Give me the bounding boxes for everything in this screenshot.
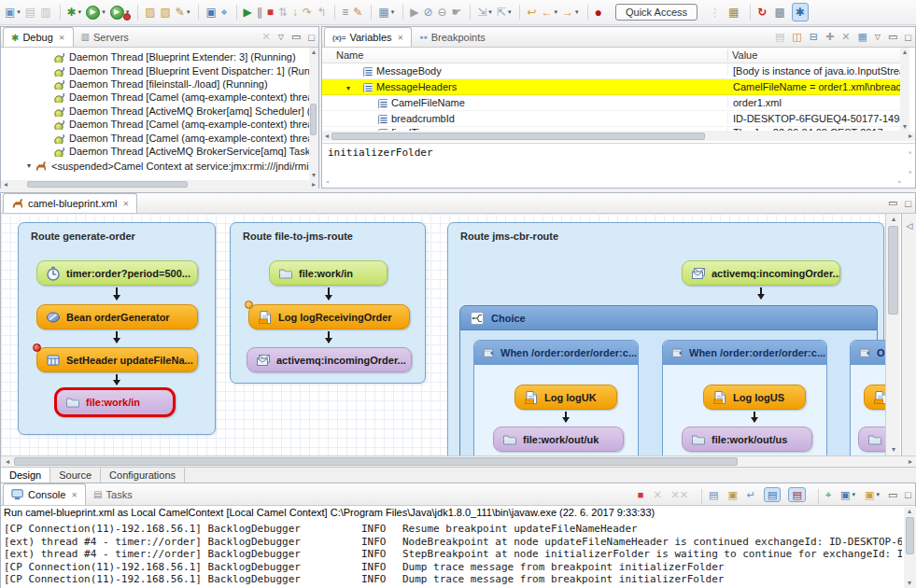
word-wrap-icon[interactable]: ↵ <box>746 487 756 502</box>
breakpoint-icon[interactable] <box>33 343 41 352</box>
skip-breakpoints-icon[interactable]: ⊘ <box>422 3 433 21</box>
debug-thread-row[interactable]: Daemon Thread [fileinstall-./load] (Runn… <box>1 77 309 91</box>
tab-servers[interactable]: ▥ Servers <box>74 27 136 47</box>
hand-icon[interactable]: ☛ <box>451 3 463 21</box>
debug-thread-row[interactable]: Daemon Thread [Blueprint Extender: 3] (R… <box>1 50 309 63</box>
editor-tab-camel-blueprint[interactable]: camel-blueprint.xml ✕ <box>3 193 137 213</box>
jboss-central-icon[interactable]: ↻ <box>756 3 768 21</box>
open-console-icon[interactable]: ▣ <box>864 487 881 502</box>
last-edit-location-icon[interactable]: ↩ <box>526 3 537 21</box>
file-node-partial[interactable] <box>858 427 885 452</box>
close-icon[interactable]: ✕ <box>59 34 65 42</box>
back-icon[interactable]: ← <box>540 3 558 21</box>
mark-occurrences-icon[interactable]: ✎ <box>175 3 191 21</box>
terminate-console-icon[interactable]: ■ <box>637 487 645 502</box>
detail-scroll-left-icon[interactable]: ◂ <box>325 177 330 186</box>
log-node-partial[interactable] <box>864 385 885 410</box>
remove-launch-icon[interactable]: ✕ <box>652 487 662 502</box>
run-config-icon[interactable]: ▶ <box>109 3 131 21</box>
debug-thread-row[interactable]: Daemon Thread [ActiveMQ BrokerService[am… <box>1 145 309 158</box>
variable-row[interactable]: MessageHeaders CamelFileName = order1.xm… <box>322 79 900 95</box>
close-icon[interactable]: ✕ <box>398 34 404 42</box>
collapse-all-icon[interactable]: ⊟ <box>810 31 818 43</box>
suspend-all-icon[interactable]: ⊖ <box>436 3 447 21</box>
profile-icon[interactable]: ▶ <box>409 3 419 21</box>
tab-configurations[interactable]: Configurations <box>101 468 185 483</box>
tab-tasks[interactable]: ▤ Tasks <box>86 483 140 505</box>
timer-node[interactable]: timer:order?period=500... <box>36 260 198 286</box>
suspend-icon[interactable]: ∥ <box>256 3 263 21</box>
debug-thread-row[interactable]: Daemon Thread [Camel (amq-example-contex… <box>1 118 309 131</box>
variables-horizontal-scrollbar[interactable]: ◂▸ <box>322 132 915 141</box>
column-value[interactable]: Value <box>727 49 900 61</box>
chevron-down-icon[interactable]: ▾ <box>27 161 31 170</box>
show-stdout-icon[interactable]: ▤ <box>764 487 781 502</box>
conditional-breakpoint-icon[interactable] <box>245 301 253 309</box>
fuse-perspective-icon[interactable]: ▩ <box>773 3 785 21</box>
log-uk-node[interactable]: Log logUK <box>514 385 617 410</box>
variable-row[interactable]: MessageBody [Body is instance of java.io… <box>322 63 900 79</box>
show-stderr-icon[interactable]: ▤ <box>788 487 805 502</box>
remove-variable-icon[interactable]: ✕ <box>841 31 850 43</box>
minimize-icon[interactable]: ▭ <box>291 31 301 43</box>
clear-console-icon[interactable]: ▤ <box>708 487 719 502</box>
route-jms-cbr[interactable]: Route jms-cbr-route activemq:incomingOrd… <box>447 222 884 455</box>
add-variable-icon[interactable]: ✚ <box>825 31 834 43</box>
maximize-icon[interactable]: □ <box>308 32 315 43</box>
debug-icon[interactable]: ✱ <box>66 3 83 21</box>
suspended-camel-context-row[interactable]: ▾ <suspended>Camel Context at service:jm… <box>1 159 309 173</box>
memory-view-icon[interactable]: ▦ <box>377 3 395 21</box>
tab-console[interactable]: Console ✕ <box>3 483 86 505</box>
tab-debug[interactable]: ✱ Debug ✕ <box>3 27 74 47</box>
step-filters-icon[interactable]: ≡ <box>341 3 349 21</box>
setheader-node[interactable]: SetHeader updateFileNa... <box>36 347 198 372</box>
variable-row[interactable]: breadcrumbId ID-DESKTOP-6FGUEQ4-50177-14… <box>322 111 900 127</box>
minimize-icon[interactable]: ▭ <box>888 489 897 501</box>
close-icon[interactable]: ✕ <box>122 200 129 208</box>
open-perspective-icon[interactable]: ▦ <box>727 3 740 21</box>
save-all-icon[interactable]: ▥ <box>39 3 51 21</box>
file-work-in-node-selected[interactable]: file:work/in <box>54 387 176 417</box>
minimize-icon[interactable]: ▭ <box>888 31 897 43</box>
maximize-icon[interactable]: □ <box>905 32 911 43</box>
step-return-icon[interactable]: ↰ <box>316 3 327 21</box>
expander-icon[interactable] <box>346 81 358 92</box>
file-work-in-node[interactable]: file:work/in <box>269 260 388 286</box>
remove-all-launches-icon[interactable]: ✕✕ <box>670 487 689 502</box>
column-name[interactable]: Name <box>322 49 727 61</box>
view-menu-icon[interactable]: ▽ <box>875 33 881 41</box>
variables-vertical-scrollbar[interactable]: ▴▾ <box>900 48 909 132</box>
open-folder-icon[interactable]: ▧ <box>160 3 172 21</box>
choice-header[interactable]: Choice <box>459 305 878 330</box>
step-command-icon[interactable]: ⇲ <box>476 3 493 21</box>
route-file-to-jms[interactable]: Route file-to-jms-route file:work/in Log… <box>230 222 426 384</box>
redhat-icon[interactable]: ● <box>594 3 603 21</box>
new-wizard-icon[interactable]: ▣ <box>4 3 21 21</box>
show-logical-structure-icon[interactable]: ◫ <box>792 31 801 43</box>
when-us-container[interactable]: When /order:order/order:c... Log logUS f… <box>662 340 827 455</box>
otherwise-container-partial[interactable]: O <box>850 340 885 455</box>
log-receiving-order-node[interactable]: Log logReceivingOrder <box>248 304 410 329</box>
view-menu-icon[interactable]: ▽ <box>278 33 284 41</box>
when-header[interactable]: When /order:order/order:c... <box>663 341 826 365</box>
palette-collapsed-strip[interactable]: ◁ <box>901 214 916 455</box>
instruction-pointer-icon[interactable]: ✎ <box>352 3 363 21</box>
tab-design[interactable]: Design <box>1 468 50 483</box>
editor-horizontal-scrollbar[interactable]: ◂▸ <box>1 455 916 467</box>
remove-all-terminated-icon[interactable]: ✕ <box>262 31 271 43</box>
log-us-node[interactable]: Log logUS <box>703 385 806 410</box>
step-into-icon[interactable]: ↓ <box>291 3 299 21</box>
console-vertical-scrollbar[interactable]: ▴▾ <box>904 507 916 588</box>
maximize-icon[interactable]: □ <box>905 198 911 209</box>
run-icon[interactable]: ▶ <box>85 3 106 21</box>
debug-thread-row[interactable]: Daemon Thread [Blueprint Event Dispatche… <box>1 63 309 77</box>
file-out-us-node[interactable]: file:work/out/us <box>682 427 812 452</box>
debug-horizontal-scrollbar[interactable]: ◂▸ <box>1 180 318 189</box>
open-resource-icon[interactable]: ▨ <box>144 3 156 21</box>
tab-source[interactable]: Source <box>50 468 101 483</box>
display-console-icon[interactable]: ▣ <box>839 487 856 502</box>
route-canvas[interactable]: Route generate-order timer:order?period=… <box>1 214 885 455</box>
resume-icon[interactable]: ▶ <box>243 3 253 21</box>
debug-thread-row[interactable]: Daemon Thread [Camel (amq-example-contex… <box>1 131 309 144</box>
terminate-icon[interactable]: ■ <box>266 3 275 21</box>
